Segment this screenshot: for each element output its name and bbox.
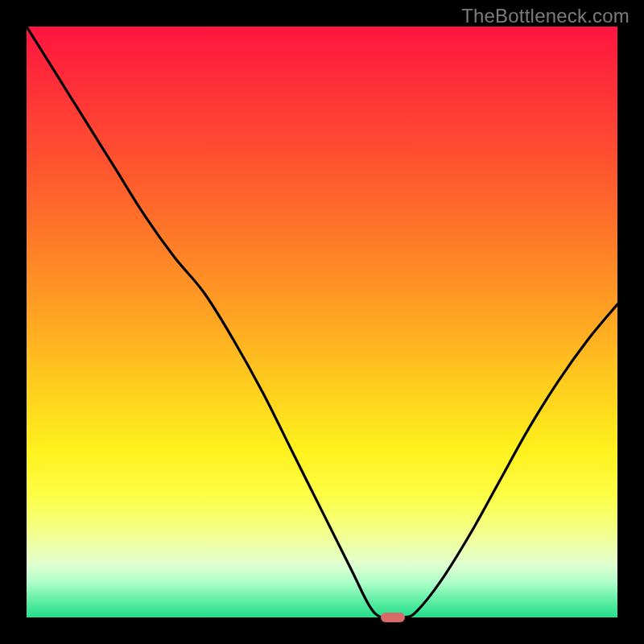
bottleneck-curve bbox=[27, 27, 617, 617]
watermark-text: TheBottleneck.com bbox=[461, 5, 630, 27]
plot-area bbox=[27, 27, 617, 617]
chart-frame: TheBottleneck.com bbox=[0, 0, 644, 644]
bottleneck-marker bbox=[381, 613, 404, 622]
